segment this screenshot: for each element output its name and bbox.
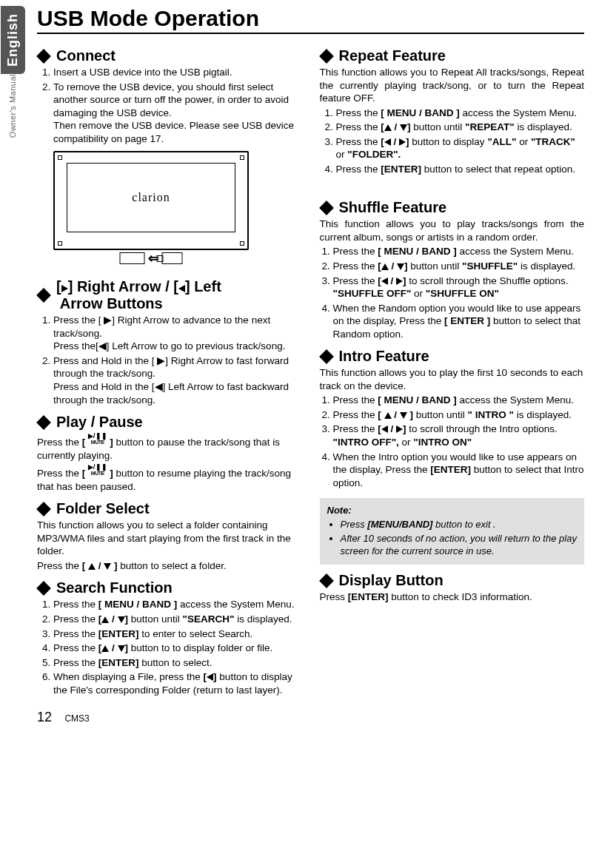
arrows-list: Press the [ ▶] Right Arrow to advance to… <box>37 314 302 406</box>
tab-english: English <box>1 6 25 74</box>
shuffle-1: Press the [ MENU / BAND ] access the Sys… <box>333 245 585 258</box>
page-number: 12 <box>37 710 52 724</box>
usb-port-illustration: ⇐ <box>120 250 183 266</box>
intro-1: Press the [ MENU / BAND ] access the Sys… <box>333 394 585 407</box>
folder-desc: This function allows you to select a fol… <box>37 519 302 558</box>
intro-heading: Intro Feature <box>339 348 429 365</box>
repeat-3: Press the [ / ] button to display "ALL" … <box>336 135 585 161</box>
repeat-4: Press the [ENTER] button to select that … <box>336 163 585 176</box>
intro-4: When the Intro option you would like to … <box>333 451 585 490</box>
play-p1: Press the [ ▶/❚❚MUTE ] button to pause t… <box>37 434 302 462</box>
intro-2: Press the [ / ] button until " INTRO " i… <box>333 408 585 422</box>
search-2: Press the [ / ] button until "SEARCH" is… <box>53 613 302 626</box>
right-arrow-icon <box>61 285 68 292</box>
tab-owners-manual: Owner's Manual <box>8 74 17 145</box>
note-title: Note: <box>327 504 578 517</box>
search-list: Press the [ MENU / BAND ] access the Sys… <box>37 598 302 696</box>
connect-list: Insert a USB device into the USB pigtail… <box>37 66 302 145</box>
connect-item-2b: Then remove the USB device. Please see U… <box>53 120 294 144</box>
diamond-icon <box>319 349 334 364</box>
shuffle-2: Press the [ / ] button until "SHUFFLE" i… <box>333 260 585 273</box>
left-arrow-icon <box>178 285 185 292</box>
search-1: Press the [ MENU / BAND ] access the Sys… <box>53 598 302 611</box>
repeat-desc: This function allows you to Repeat All t… <box>320 66 585 105</box>
side-tabs: English Owner's Manual <box>0 6 25 725</box>
note-box: Note: Press [MENU/BAND] button to exit .… <box>320 498 585 565</box>
repeat-1: Press the [ MENU / BAND ] access the Sys… <box>336 107 585 120</box>
arrows-2a: Press and Hold in the [ ▶] Right Arrow t… <box>53 355 289 380</box>
diamond-icon <box>36 502 51 517</box>
device-illustration: clarion ⇐ <box>53 151 249 250</box>
note-bullet-2: After 10 seconds of no action, you will … <box>341 533 578 558</box>
repeat-list: Press the [ MENU / BAND ] access the Sys… <box>320 107 585 176</box>
note-bullet-1: Press [MENU/BAND] button to exit . <box>341 519 578 531</box>
right-column: Repeat Feature This function allows you … <box>320 40 585 701</box>
footer: 12 CMS3 <box>37 710 584 725</box>
shuffle-desc: This function allows you to play tracks/… <box>320 218 585 243</box>
intro-list: Press the [ MENU / BAND ] access the Sys… <box>320 394 585 489</box>
display-p: Press [ENTER] button to check ID3 inform… <box>320 591 585 604</box>
search-3: Press the [ENTER] to enter to select Sea… <box>53 628 302 641</box>
repeat-2: Press the [ / ] button until "REPEAT" is… <box>336 121 585 134</box>
diamond-icon <box>319 573 334 588</box>
repeat-heading: Repeat Feature <box>339 47 446 64</box>
arrows-1a: Press the [ ▶] Right Arrow to advance to… <box>53 314 270 339</box>
display-heading: Display Button <box>339 572 444 589</box>
search-5: Press the [ENTER] button to select. <box>53 656 302 670</box>
connect-item-2a: To remove the USB device, you should fir… <box>53 81 289 118</box>
shuffle-heading: Shuffle Feature <box>339 199 447 216</box>
page-title: USB Mode Operation <box>37 6 584 34</box>
search-4: Press the [ / ] button to to display fol… <box>53 642 302 655</box>
diamond-icon <box>36 49 51 64</box>
intro-3: Press the [ / ] to scroll through the In… <box>333 423 585 448</box>
arrows-2b: Press and Hold in the [◀] Left Arrow to … <box>53 381 289 406</box>
arrows-item-2: Press and Hold in the [ ▶] Right Arrow t… <box>53 354 302 406</box>
search-6: When displaying a File, press the [] but… <box>53 670 302 696</box>
diamond-icon <box>36 581 51 596</box>
connect-item-2: To remove the USB device, you should fir… <box>53 81 302 146</box>
diamond-icon <box>319 49 334 64</box>
diamond-icon <box>36 415 51 430</box>
arrows-1b: Press the[◀] Left Arrow to go to previou… <box>53 340 285 351</box>
shuffle-4: When the Random option you would like to… <box>333 302 585 341</box>
device-brand: clarion <box>67 163 235 232</box>
model-code: CMS3 <box>64 713 89 724</box>
arrows-heading: [] Right Arrow / [] Left Arrow Buttons <box>56 278 221 312</box>
folder-press: Press the [ / ] button to select a folde… <box>37 559 302 573</box>
diamond-icon <box>319 201 334 215</box>
play-heading: Play / Pause <box>56 414 143 431</box>
play-p2: Press the [ ▶/❚❚MUTE ] button to resume … <box>37 465 302 493</box>
search-heading: Search Function <box>56 579 173 596</box>
shuffle-list: Press the [ MENU / BAND ] access the Sys… <box>320 245 585 340</box>
intro-desc: This function allows you to play the fir… <box>320 366 585 392</box>
shuffle-3: Press the [ / ] to scroll through the Sh… <box>333 275 585 300</box>
arrows-item-1: Press the [ ▶] Right Arrow to advance to… <box>53 314 302 353</box>
page-content: USB Mode Operation Connect Insert a USB … <box>37 6 584 725</box>
left-column: Connect Insert a USB device into the USB… <box>37 40 302 701</box>
connect-heading: Connect <box>56 47 116 64</box>
connect-item-1: Insert a USB device into the USB pigtail… <box>53 66 302 79</box>
diamond-icon <box>36 288 51 303</box>
folder-heading: Folder Select <box>56 500 150 517</box>
